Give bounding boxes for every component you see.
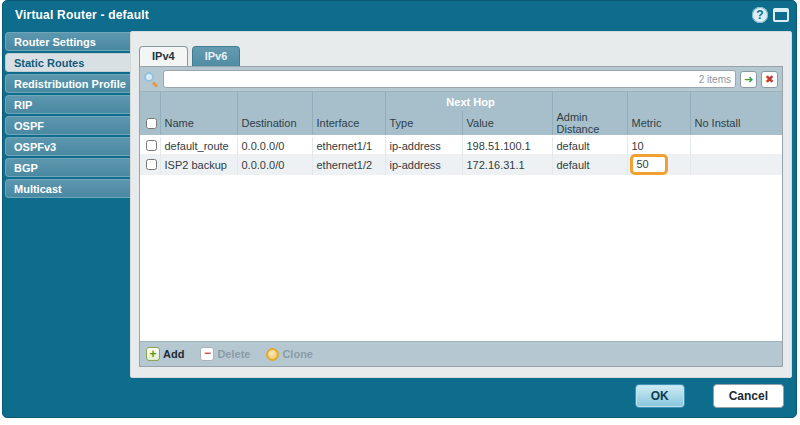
plus-icon: + [146,347,160,361]
add-button-label: Add [163,348,184,360]
clone-button-label: Clone [282,348,313,360]
add-button[interactable]: + Add [146,347,184,361]
table-row-isp2-backup[interactable]: ISP2 backup 0.0.0.0/0 ethernet1/2 ip-add… [140,154,782,175]
metric-highlight-box: 50 [630,154,668,175]
delete-button[interactable]: − Delete [200,347,250,361]
sidebar-item-ospf[interactable]: OSPF [5,116,131,135]
cell-admin-distance: default [552,154,627,175]
cell-metric: 50 [627,154,690,175]
row-1-checkbox[interactable] [146,159,157,170]
search-icon [144,72,159,87]
static-routes-table: Next Hop Name Destination Interface Type… [140,92,782,175]
apply-filter-button[interactable]: ➜ [740,71,757,88]
col-header-value: Value [462,111,552,136]
cell-no-install [690,136,782,154]
content-area: IPv4 IPv6 2 items ➜ ✖ [130,31,792,378]
cell-admin-distance: default [552,136,627,154]
filter-input[interactable] [168,72,699,86]
col-header-interface: Interface [312,111,385,136]
address-family-tabs: IPv4 IPv6 [131,32,791,66]
cell-interface: ethernet1/1 [312,136,385,154]
col-header-admin-distance: Admin Distance [552,111,627,136]
table-empty-space [140,175,782,341]
select-all-cell [140,111,160,136]
sidebar-item-bgp[interactable]: BGP [5,158,131,177]
sidebar-item-router-settings[interactable]: Router Settings [5,32,131,51]
cell-value: 198.51.100.1 [462,136,552,154]
tab-ipv6[interactable]: IPv6 [192,46,241,66]
cell-metric: 10 [627,136,690,154]
sidebar-item-ospfv3[interactable]: OSPFv3 [5,137,131,156]
table-row-default-route[interactable]: default_route 0.0.0.0/0 ethernet1/1 ip-a… [140,136,782,154]
clone-button[interactable]: Clone [266,348,313,361]
cell-type: ip-address [385,154,462,175]
dialog-footer: OK Cancel [635,384,784,408]
items-count: 2 items [699,74,731,85]
column-header-row: Name Destination Interface Type Value Ad… [140,111,782,136]
sidebar-item-rip[interactable]: RIP [5,95,131,114]
filter-bar: 2 items ➜ ✖ [140,67,782,92]
group-header-row: Next Hop [140,92,782,111]
title-bar: Virtual Router - default ? [3,1,796,29]
dialog-title: Virtual Router - default [15,8,149,22]
cell-destination: 0.0.0.0/0 [237,154,312,175]
window-icon[interactable] [773,8,789,22]
col-header-no-install: No Install [690,111,782,136]
cancel-button[interactable]: Cancel [713,384,784,408]
clone-icon [266,348,279,361]
sidebar-item-static-routes[interactable]: Static Routes [5,53,131,72]
delete-button-label: Delete [217,348,250,360]
cell-value: 172.16.31.1 [462,154,552,175]
routes-panel: 2 items ➜ ✖ Next Hop [139,66,783,367]
ok-button[interactable]: OK [635,384,685,408]
cell-destination: 0.0.0.0/0 [237,136,312,154]
sidebar: Router Settings Static Routes Redistribu… [5,32,131,200]
cell-no-install [690,154,782,175]
minus-icon: − [200,347,214,361]
cell-name: ISP2 backup [160,154,237,175]
col-header-type: Type [385,111,462,136]
col-header-metric: Metric [627,111,690,136]
help-icon[interactable]: ? [752,7,768,23]
cell-interface: ethernet1/2 [312,154,385,175]
sidebar-item-multicast[interactable]: Multicast [5,179,131,198]
table-toolbar: + Add − Delete Clone [140,341,782,366]
sidebar-item-redistribution-profile[interactable]: Redistribution Profile [5,74,131,93]
select-all-checkbox[interactable] [146,118,157,129]
col-header-name: Name [160,111,237,136]
filter-input-wrap: 2 items [163,70,736,88]
next-hop-group-header: Next Hop [385,92,552,111]
row-0-checkbox[interactable] [146,140,157,151]
col-header-destination: Destination [237,111,312,136]
tab-ipv4[interactable]: IPv4 [139,46,188,66]
virtual-router-dialog: Virtual Router - default ? Router Settin… [2,0,797,418]
clear-filter-button[interactable]: ✖ [761,71,778,88]
cell-name: default_route [160,136,237,154]
cell-type: ip-address [385,136,462,154]
